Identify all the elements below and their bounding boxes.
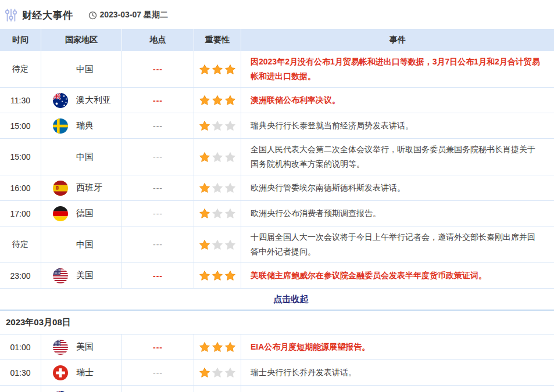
star-empty-icon: [212, 208, 223, 218]
event-description: 瑞典央行行长泰登就当前经济局势发表讲话。: [241, 113, 554, 138]
event-description: 因2023年2月没有公布1月贸易帐和进出口等数据，3月7日公布1月和2月合计贸易…: [241, 51, 554, 87]
star-filled-icon: [212, 271, 223, 280]
events-day2: 01:00美国---EIA公布月度短期能源展望报告。01:30瑞士---瑞士央行…: [0, 335, 554, 392]
event-time: 05:55: [0, 386, 41, 392]
importance-stars: [194, 386, 241, 392]
event-country: 瑞典: [41, 113, 122, 138]
flag-usa-icon: [53, 268, 68, 283]
flag-germany-icon: [53, 206, 68, 221]
event-time: 11:30: [0, 88, 41, 113]
event-country: 中国: [41, 139, 122, 175]
importance-stars: [194, 175, 241, 200]
importance-stars: [194, 360, 241, 385]
event-row: 15:00中国---全国人民代表大会第二次全体会议举行，听取国务委员兼国务院秘书…: [0, 139, 554, 175]
event-row: 15:00瑞典---瑞典央行行长泰登就当前经济局势发表讲话。: [0, 113, 554, 139]
country-name: 中国: [76, 64, 94, 75]
event-row: 01:00美国---EIA公布月度短期能源展望报告。: [0, 335, 554, 360]
event-description: EIA公布月度短期能源展望报告。: [241, 335, 554, 359]
flag-australia-icon: [53, 93, 68, 108]
star-filled-icon: [199, 271, 210, 280]
event-description: 瑞士央行行长乔丹发表讲话。: [241, 360, 554, 385]
flag-spain-icon: [53, 181, 68, 196]
country-name: 德国: [76, 208, 94, 219]
event-time: 01:30: [0, 360, 41, 385]
star-empty-icon: [225, 368, 235, 377]
event-location: ---: [122, 263, 194, 288]
event-country: 西班牙: [41, 175, 122, 200]
event-row: 17:00德国---欧洲央行公布消费者预期调查报告。: [0, 201, 554, 226]
event-description: 欧洲央行公布消费者预期调查报告。: [241, 201, 554, 226]
event-time: 待定: [0, 51, 41, 87]
star-empty-icon: [225, 183, 235, 193]
importance-stars: [194, 113, 241, 138]
event-row: 16:00西班牙---欧洲央行管委埃尔南德斯德科斯发表讲话。: [0, 175, 554, 201]
star-filled-icon: [225, 64, 235, 74]
sliders-icon: [5, 8, 17, 23]
collapse-row: 点击收起: [0, 289, 554, 311]
col-header-importance: 重要性: [194, 29, 241, 51]
importance-stars: [194, 139, 241, 175]
event-time: 16:00: [0, 175, 41, 200]
event-description: 欧洲央行管委埃尔南德斯德科斯发表讲话。: [241, 175, 554, 200]
collapse-link[interactable]: 点击收起: [274, 294, 309, 305]
star-filled-icon: [199, 208, 210, 218]
star-filled-icon: [225, 342, 235, 352]
event-location: ---: [122, 139, 194, 175]
star-empty-icon: [212, 368, 223, 377]
country-name: 瑞士: [76, 367, 94, 378]
importance-stars: [194, 263, 241, 288]
event-time: 01:00: [0, 335, 41, 359]
event-description: 澳洲联储公布利率决议。: [241, 88, 554, 113]
star-filled-icon: [212, 64, 223, 74]
event-country: 瑞士: [41, 360, 122, 385]
section-date-title: 2023年03月08日: [0, 311, 554, 335]
event-description: 全国人民代表大会第二次全体会议举行，听取国务委员兼国务院秘书长肖捷关于国务院机构…: [241, 139, 554, 175]
star-filled-icon: [199, 342, 210, 352]
col-header-location: 地点: [122, 29, 194, 51]
star-empty-icon: [225, 121, 235, 131]
star-empty-icon: [212, 152, 223, 162]
table-header: 时间 国家地区 地点 重要性 事件: [0, 29, 554, 51]
event-location: ---: [122, 113, 194, 138]
col-header-country: 国家地区: [41, 29, 122, 51]
star-filled-icon: [225, 271, 235, 280]
event-location: ---: [122, 226, 194, 262]
importance-stars: [194, 88, 241, 113]
economic-calendar-page: 财经大事件 2023-03-07 星期二 时间 国家地区 地点 重要性 事件 待…: [0, 0, 554, 392]
star-filled-icon: [212, 342, 223, 352]
event-row: 待定中国---因2023年2月没有公布1月贸易帐和进出口等数据，3月7日公布1月…: [0, 51, 554, 88]
event-row: 01:30瑞士---瑞士央行行长乔丹发表讲话。: [0, 360, 554, 386]
importance-stars: [194, 201, 241, 226]
event-time: 23:00: [0, 263, 41, 288]
col-header-time: 时间: [0, 29, 41, 51]
event-country: 美国: [41, 263, 122, 288]
country-name: 澳大利亚: [76, 95, 111, 106]
event-location: ---: [122, 201, 194, 226]
page-title: 财经大事件: [22, 9, 73, 22]
country-name: 瑞典: [76, 120, 94, 131]
event-row: 11:30澳大利亚---澳洲联储公布利率决议。: [0, 88, 554, 113]
event-country: 中国: [41, 226, 122, 262]
star-empty-icon: [212, 121, 223, 131]
event-row: 05:55澳大利亚---澳洲联储主席洛威发表讲话。: [0, 386, 554, 392]
importance-stars: [194, 226, 241, 262]
event-location: ---: [122, 175, 194, 200]
event-location: ---: [122, 88, 194, 113]
star-empty-icon: [212, 183, 223, 193]
date-label: 2023-03-07 星期二: [100, 10, 169, 20]
star-filled-icon: [212, 95, 223, 105]
flag-usa-icon: [53, 340, 68, 355]
flag-switzerland-icon: [53, 365, 68, 380]
country-name: 中国: [76, 152, 94, 163]
event-location: ---: [122, 360, 194, 385]
importance-stars: [194, 335, 241, 359]
star-filled-icon: [199, 64, 210, 74]
country-name: 西班牙: [76, 182, 102, 193]
country-name: 中国: [76, 239, 94, 250]
event-time: 15:00: [0, 113, 41, 138]
event-location: ---: [122, 335, 194, 359]
event-location: ---: [122, 51, 194, 87]
event-description: 澳洲联储主席洛威发表讲话。: [241, 386, 554, 392]
event-time: 17:00: [0, 201, 41, 226]
star-filled-icon: [199, 121, 210, 131]
